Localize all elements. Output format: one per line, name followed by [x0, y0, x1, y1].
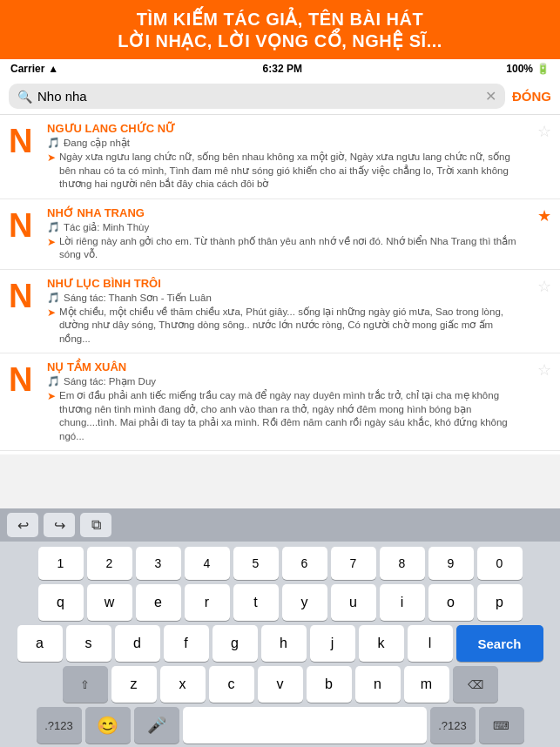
letter-key[interactable]: j [310, 625, 355, 662]
emoji-key[interactable]: 😊 [85, 707, 131, 744]
star-button[interactable]: ☆ [532, 360, 551, 380]
arrow-icon: ➤ [47, 235, 56, 262]
lyrics-text: Em ơi đầu phải anh tiếc miếng trầu cay m… [59, 389, 527, 443]
letter-key[interactable]: q [38, 584, 84, 621]
note-icon: 🎵 [47, 221, 60, 233]
battery-label: 100% [506, 63, 533, 75]
letter-key[interactable]: z [111, 666, 157, 703]
microphone-key[interactable]: 🎤 [134, 707, 179, 744]
letter-key[interactable]: x [160, 666, 206, 703]
keyboard-switch-key[interactable]: ⌨ [479, 707, 524, 744]
search-clear-button[interactable]: ✕ [485, 88, 496, 104]
number-key[interactable]: 1 [38, 547, 84, 580]
delete-key[interactable]: ⌫ [453, 666, 498, 703]
wifi-icon: ▲ [48, 63, 58, 75]
list-item[interactable]: N NHỚ NHA TRANG 🎵 Tác giả: Minh Thùy ➤ L… [0, 199, 560, 270]
list-item[interactable]: N NGƯU LANG CHỨC NỮ 🎵 Đang cập nhật ➤ Ng… [0, 115, 560, 199]
result-content: NHƯ LỤC BÌNH TRÔI 🎵 Sáng tác: Thanh Sơn … [47, 277, 527, 347]
result-lyrics: ➤ Một chiều, một chiều về thăm chiều xưa… [47, 306, 527, 347]
lyrics-text: Lời riêng này anh gởi cho em. Từ thành p… [59, 235, 527, 262]
number-key[interactable]: 5 [233, 547, 279, 580]
search-cancel-button[interactable]: ĐÓNG [512, 89, 551, 104]
search-keyboard-button[interactable]: Search [456, 625, 543, 662]
letter-key[interactable]: a [17, 625, 63, 662]
number-key[interactable]: 2 [87, 547, 132, 580]
result-letter: N [9, 362, 42, 399]
result-title: NHƯ LỤC BÌNH TRÔI [47, 277, 527, 290]
arrow-icon: ➤ [47, 151, 56, 192]
number-key[interactable]: 7 [331, 547, 376, 580]
letter-key[interactable]: v [258, 666, 303, 703]
copy-button[interactable]: ⧉ [80, 513, 111, 537]
result-lyrics: ➤ Em ơi đầu phải anh tiếc miếng trầu cay… [47, 389, 527, 443]
number-key[interactable]: 8 [380, 547, 425, 580]
keyboard-toolbar: ↩ ↪ ⧉ [0, 508, 560, 542]
result-meta-text: Đang cập nhật [64, 137, 130, 149]
result-lyrics: ➤ Ngày xưa ngưu lang chức nữ, sống bên n… [47, 151, 527, 192]
letter-key[interactable]: u [331, 584, 376, 621]
redo-button[interactable]: ↪ [44, 513, 75, 537]
letter-key[interactable]: g [213, 625, 258, 662]
letter-key[interactable]: c [209, 666, 254, 703]
star-button[interactable]: ☆ [532, 277, 551, 296]
letter-key[interactable]: w [87, 584, 132, 621]
app-header-title-line1: TÌM KIẾM TÁC GIẢ, TÊN BÀI HÁT [17, 9, 543, 30]
arrow-icon: ➤ [47, 389, 56, 443]
star-button[interactable]: ★ [532, 206, 551, 225]
status-bar-right: 100% 🔋 [506, 63, 550, 75]
letter-key[interactable]: k [359, 625, 404, 662]
symbol-key-2[interactable]: .?123 [430, 707, 476, 744]
letter-key[interactable]: e [136, 584, 181, 621]
space-key[interactable] [183, 707, 427, 744]
number-key[interactable]: 6 [282, 547, 327, 580]
star-button[interactable]: ☆ [532, 122, 551, 141]
carrier-label: Carrier [10, 63, 44, 75]
result-letter: N [9, 208, 42, 245]
status-bar-left: Carrier ▲ [10, 63, 58, 75]
numbers-row: 1234567890 [3, 547, 557, 580]
bottom-row: .?123😊🎤.?123⌨ [3, 707, 557, 744]
note-icon: 🎵 [47, 137, 60, 149]
symbol-key[interactable]: .?123 [37, 707, 82, 744]
number-key[interactable]: 4 [185, 547, 230, 580]
result-lyrics: ➤ Lời riêng này anh gởi cho em. Từ thành… [47, 235, 527, 262]
list-item[interactable]: N NỤ TẦM XUÂN 🎵 Sáng tác: Phạm Duy ➤ Em … [0, 353, 560, 451]
letter-key[interactable]: l [408, 625, 453, 662]
zxcv-row: ⇧zxcvbnm⌫ [3, 666, 557, 703]
letter-key[interactable]: o [428, 584, 474, 621]
result-meta-text: Sáng tác: Thanh Sơn - Tiến Luân [64, 292, 212, 304]
letter-key[interactable]: h [261, 625, 307, 662]
letter-key[interactable]: b [307, 666, 352, 703]
result-title: NỤ TẦM XUÂN [47, 360, 527, 374]
number-key[interactable]: 9 [428, 547, 474, 580]
number-key[interactable]: 3 [136, 547, 181, 580]
result-meta: 🎵 Tác giả: Minh Thùy [47, 221, 527, 233]
note-icon: 🎵 [47, 375, 60, 387]
shift-key[interactable]: ⇧ [63, 666, 108, 703]
list-item[interactable]: P PHAM LÃI BIỆT TÂY THI ( ĐOẠN PHAM LÃI … [0, 451, 560, 454]
lyrics-text: Một chiều, một chiều về thăm chiều xưa, … [59, 306, 527, 347]
battery-icon: 🔋 [536, 63, 550, 75]
note-icon: 🎵 [47, 292, 60, 304]
result-meta-text: Tác giả: Minh Thùy [64, 221, 149, 233]
app-header: TÌM KIẾM TÁC GIẢ, TÊN BÀI HÁT LỜI NHẠC, … [0, 0, 560, 59]
letter-key[interactable]: p [477, 584, 523, 621]
letter-key[interactable]: m [404, 666, 449, 703]
undo-button[interactable]: ↩ [7, 513, 38, 537]
letter-key[interactable]: y [282, 584, 327, 621]
status-bar: Carrier ▲ 6:32 PM 100% 🔋 [0, 59, 560, 78]
letter-key[interactable]: i [380, 584, 425, 621]
arrow-icon: ➤ [47, 306, 56, 347]
search-input-wrap: 🔍 ✕ [9, 84, 505, 109]
letter-key[interactable]: s [66, 625, 111, 662]
search-input[interactable] [37, 89, 480, 104]
result-meta: 🎵 Sáng tác: Phạm Duy [47, 375, 527, 387]
letter-key[interactable]: f [164, 625, 209, 662]
number-key[interactable]: 0 [477, 547, 523, 580]
letter-key[interactable]: n [355, 666, 401, 703]
result-meta: 🎵 Sáng tác: Thanh Sơn - Tiến Luân [47, 292, 527, 304]
letter-key[interactable]: t [233, 584, 279, 621]
list-item[interactable]: N NHƯ LỤC BÌNH TRÔI 🎵 Sáng tác: Thanh Sơ… [0, 270, 560, 354]
letter-key[interactable]: d [115, 625, 160, 662]
letter-key[interactable]: r [185, 584, 230, 621]
